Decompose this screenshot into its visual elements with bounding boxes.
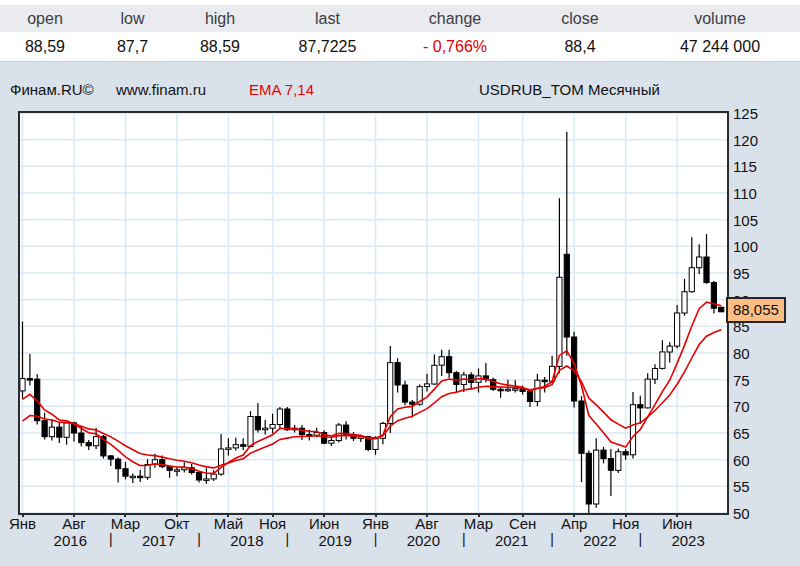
y-axis-tick-100: 100 (733, 238, 758, 255)
x-axis-tick-mark (573, 513, 575, 517)
x-axis-year-separator: | (374, 531, 378, 547)
quote-col-value-open: 88,59 (0, 32, 90, 61)
quote-col-label-change: change (390, 5, 520, 32)
site-url-link[interactable]: www.finam.ru (116, 81, 206, 98)
y-axis-tick-80: 80 (733, 345, 750, 362)
y-axis-tick-115: 115 (733, 158, 757, 175)
quote-values-row: 88,5987,788,5987,7225- 0,766%88,447 244 … (0, 32, 800, 61)
price-chart-area[interactable] (18, 111, 729, 515)
site-logo-text: Финам.RU© (10, 81, 94, 98)
x-axis-year-separator: | (550, 531, 554, 547)
x-axis-month-label: Авг (415, 515, 438, 532)
x-axis-month-label: Июн (662, 515, 692, 532)
x-axis-year-label: 2021 (495, 532, 528, 549)
x-axis-tick-mark (625, 513, 627, 517)
instrument-title: USDRUB_TOM Месячный (479, 81, 660, 98)
x-axis-year-separator: | (285, 531, 289, 547)
x-axis-month-label: Сен (509, 515, 536, 532)
y-axis-tick-50: 50 (733, 505, 750, 522)
x-axis-tick-mark (478, 513, 480, 517)
x-axis-year-separator: | (462, 531, 466, 547)
x-axis-month-label: Авг (62, 515, 85, 532)
quote-col-label-close: close (520, 5, 640, 32)
quote-col-label-high: high (175, 5, 265, 32)
y-axis-tick-70: 70 (733, 398, 750, 415)
x-axis-tick-mark (426, 513, 428, 517)
quote-bar: openlowhighlastchangeclosevolume 88,5987… (0, 0, 800, 62)
x-axis-tick-mark (375, 513, 377, 517)
x-axis-month-label: Май (214, 515, 243, 532)
y-axis-tick-55: 55 (733, 478, 750, 495)
y-axis-tick-120: 120 (733, 132, 758, 149)
x-axis-month-label: Янв (9, 515, 36, 532)
x-axis-tick-mark (22, 513, 24, 517)
x-axis-tick-mark (323, 513, 325, 517)
quote-col-value-high: 88,59 (175, 32, 265, 61)
x-axis-year-label: 2018 (230, 532, 263, 549)
quote-col-label-low: low (90, 5, 175, 32)
candlestick-plot[interactable] (20, 113, 727, 513)
x-axis-month-label: Окт (164, 515, 189, 532)
x-axis-year-label: 2022 (583, 532, 616, 549)
x-axis-month-label: Апр (561, 515, 587, 532)
quote-col-value-close: 88,4 (520, 32, 640, 61)
x-axis-month-label: Июн (309, 515, 339, 532)
x-axis-tick-mark (73, 513, 75, 517)
quote-header-row: openlowhighlastchangeclosevolume (0, 5, 800, 32)
quote-col-value-volume: 47 244 000 (640, 32, 800, 61)
quote-col-value-low: 87,7 (90, 32, 175, 61)
x-axis-tick-mark (522, 513, 524, 517)
x-axis-month-label: Мар (464, 515, 493, 532)
x-axis-tick-mark (227, 513, 229, 517)
x-axis-tick-mark (176, 513, 178, 517)
y-axis-tick-125: 125 (733, 105, 758, 122)
x-axis-year-label: 2023 (671, 532, 704, 549)
x-axis-year-separator: | (109, 531, 113, 547)
x-axis-month-label: Ноя (612, 515, 639, 532)
last-price-badge: 88,055 (726, 297, 786, 323)
y-axis-tick-105: 105 (733, 212, 758, 229)
x-axis-tick-mark (676, 513, 678, 517)
y-axis-tick-95: 95 (733, 265, 750, 282)
y-axis-tick-110: 110 (733, 185, 757, 202)
x-axis-year-label: 2019 (318, 532, 351, 549)
quote-col-label-open: open (0, 5, 90, 32)
quote-col-label-last: last (265, 5, 390, 32)
y-axis-tick-60: 60 (733, 452, 750, 469)
ema-legend-label: EMA 7,14 (249, 81, 314, 98)
quote-col-label-volume: volume (640, 5, 800, 32)
x-axis-month-label: Ноя (259, 515, 286, 532)
x-axis-year-label: 2017 (142, 532, 175, 549)
y-axis-tick-65: 65 (733, 425, 750, 442)
x-axis-month-label: Янв (362, 515, 389, 532)
x-axis-year-label: 2020 (407, 532, 440, 549)
x-axis-year-separator: | (197, 531, 201, 547)
x-axis-year-separator: | (638, 531, 642, 547)
quote-col-value-last: 87,7225 (265, 32, 390, 61)
quote-col-value-change: - 0,766% (390, 32, 520, 61)
x-axis-year-label: 2016 (54, 532, 87, 549)
x-axis-tick-mark (272, 513, 274, 517)
quote-separator (0, 61, 800, 62)
x-axis-month-label: Мар (111, 515, 140, 532)
x-axis-tick-mark (124, 513, 126, 517)
y-axis-tick-75: 75 (733, 372, 750, 389)
